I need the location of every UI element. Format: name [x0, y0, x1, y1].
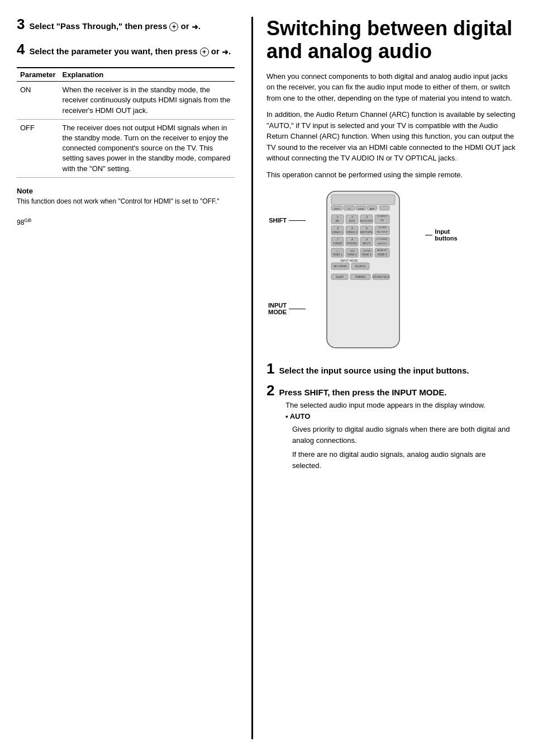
svg-text:.4: .4 [336, 226, 339, 230]
svg-text:DVD: DVD [349, 219, 355, 223]
shift-label: SHIFT [269, 217, 287, 224]
remote-diagram-area: SHIFT INPUTMODE [266, 190, 516, 352]
svg-text:VIDEO 1: VIDEO 1 [332, 230, 343, 234]
note-block: Note This function does not work when "C… [17, 187, 235, 206]
right-column: Switching between digital and analog aud… [251, 17, 516, 739]
svg-text:.3: .3 [365, 215, 368, 219]
note-title: Note [17, 187, 235, 195]
step3-text: Select "Pass Through," then press + or ➜… [29, 21, 200, 32]
svg-text:HDMI 2: HDMI 2 [348, 253, 357, 256]
right-step2-sub: The selected audio input mode appears in… [285, 400, 516, 411]
step4-arrow: ➜ [222, 48, 229, 56]
remote-svg: SHIFT TV ZONE AMP .1 .2 .3 TV INPUT BD D… [310, 190, 416, 352]
svg-text:.1: .1 [336, 215, 339, 219]
right-step1-block: 1 Select the input source using the inpu… [266, 361, 516, 376]
svg-text:MEMORY: MEMORY [377, 249, 387, 252]
body-text-2: In addition, the Audio Return Channel (A… [266, 109, 516, 164]
section-title: Switching between digital and analog aud… [266, 17, 516, 63]
table-row: ON When the receiver is in the standby m… [17, 82, 235, 120]
svg-text:MD/TAPE: MD/TAPE [360, 230, 373, 234]
table-header-param: Parameter [17, 68, 59, 82]
step3-number: 3 [17, 17, 25, 31]
bullet-auto: • AUTO [285, 411, 516, 422]
svg-text:DMPORT: DMPORT [377, 242, 387, 245]
bullet-auto-text2: If there are no digital audio signals, a… [292, 449, 516, 471]
svg-text:HDMI 4: HDMI 4 [378, 253, 387, 256]
step4-text: Select the parameter you want, then pres… [29, 46, 231, 57]
remote-image: SHIFT TV ZONE AMP .1 .2 .3 TV INPUT BD D… [310, 190, 422, 352]
page-number: 98GB [17, 218, 235, 226]
right-step1-number: 1 [266, 361, 274, 376]
explanation-on: When the receiver is in the standby mode… [59, 82, 235, 120]
svg-text:ZONE: ZONE [358, 207, 364, 210]
svg-text:.6: .6 [365, 226, 368, 230]
svg-text:TV INPUT: TV INPUT [377, 215, 388, 218]
svg-text:SA-CD/CD: SA-CD/CD [377, 230, 387, 233]
step4-number: 4 [17, 42, 25, 56]
right-step1-text: Select the input source using the input … [279, 365, 469, 376]
svg-text:.9: .9 [365, 238, 368, 241]
body-text-3: This operation cannot be performed using… [266, 169, 516, 181]
step3-sym1: + [169, 22, 178, 31]
svg-text:BD: BD [336, 219, 340, 223]
svg-text:+GUIDE: +GUIDE [378, 226, 386, 229]
param-on: ON [17, 82, 59, 120]
svg-text:DIMMER: DIMMER [355, 276, 366, 278]
svg-text:.0/10: .0/10 [350, 249, 355, 252]
table-row: OFF The receiver does not output HDMI si… [17, 119, 235, 177]
step3-arrow: ➜ [192, 22, 198, 31]
svg-text:.5: .5 [351, 226, 353, 230]
svg-text:INPUT MODE: INPUT MODE [340, 259, 358, 262]
step3-block: 3 Select "Pass Through," then press + or… [17, 17, 235, 32]
svg-text:SHIFT: SHIFT [334, 207, 340, 210]
svg-text:AMP: AMP [370, 207, 375, 210]
input-buttons-label: Input buttons [435, 228, 461, 242]
svg-text:VIDEO 2: VIDEO 2 [346, 230, 358, 234]
param-off: OFF [17, 119, 59, 177]
svg-text:TV: TV [348, 207, 350, 210]
right-step1-line: 1 Select the input source using the inpu… [266, 361, 516, 376]
svg-text:TUNER: TUNER [332, 242, 342, 245]
step4-sym1: + [200, 48, 209, 56]
svg-rect-6 [379, 206, 389, 210]
step4-block: 4 Select the parameter you want, then pr… [17, 42, 235, 57]
page-container: 3 Select "Pass Through," then press + or… [0, 0, 533, 756]
svg-text:SAT/CATV: SAT/CATV [360, 219, 373, 223]
svg-text:SOURCE: SOURCE [355, 265, 365, 268]
svg-text:HDMI 1: HDMI 1 [333, 253, 342, 256]
svg-text:PHONO: PHONO [347, 242, 357, 245]
table-header-explanation: Explanation [59, 68, 235, 82]
svg-text:SLEEP: SLEEP [336, 276, 344, 278]
svg-text:.7: .7 [336, 238, 339, 241]
body-text-1: When you connect components to both digi… [266, 71, 516, 104]
right-step2-number: 2 [266, 383, 274, 398]
explanation-off: The receiver does not output HDMI signal… [59, 119, 235, 177]
remote-labels-left: SHIFT INPUTMODE [266, 190, 306, 347]
step3-line: 3 Select "Pass Through," then press + or… [17, 17, 235, 32]
svg-text:MULTI: MULTI [363, 242, 371, 245]
svg-text:.8: .8 [351, 238, 353, 241]
svg-text:SOUND FIELD: SOUND FIELD [373, 276, 390, 278]
svg-text:TV: TV [380, 219, 384, 222]
svg-text:.2: .2 [351, 215, 353, 219]
right-step2-line: 2 Press SHIFT, then press the INPUT MODE… [266, 383, 516, 398]
note-text: This function does not work when "Contro… [17, 197, 235, 206]
svg-text:HDMI 3: HDMI 3 [362, 253, 372, 256]
left-column: 3 Select "Pass Through," then press + or… [17, 17, 251, 739]
svg-text:NET-WORK: NET-WORK [334, 265, 347, 268]
svg-text:+ENTER: +ENTER [362, 249, 371, 252]
parameter-table: Parameter Explanation ON When the receiv… [17, 67, 235, 178]
svg-text:D.TUNING: D.TUNING [377, 238, 387, 240]
svg-text:.-/--: .-/-- [336, 249, 340, 252]
right-step2-text: Press SHIFT, then press the INPUT MODE. [279, 387, 446, 398]
bullet-auto-title: • AUTO [285, 412, 310, 420]
step4-line: 4 Select the parameter you want, then pr… [17, 42, 235, 57]
input-mode-label: INPUTMODE [268, 302, 287, 315]
bullet-auto-text1: Gives priority to digital audio signals … [292, 424, 516, 446]
svg-rect-1 [331, 195, 395, 205]
right-step2-block: 2 Press SHIFT, then press the INPUT MODE… [266, 383, 516, 471]
